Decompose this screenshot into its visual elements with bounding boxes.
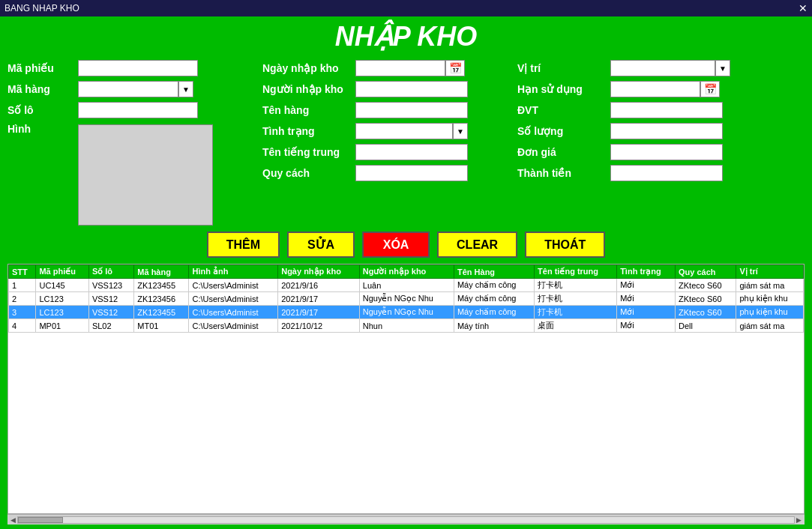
dvt-input[interactable] — [610, 102, 723, 118]
window-title: BANG NHAP KHO — [4, 3, 79, 13]
scrollbar-thumb[interactable] — [18, 517, 63, 523]
ngay-nhap-kho-row: Ngày nhập kho 📅 — [262, 60, 510, 76]
so-luong-label: Số lượng — [517, 125, 607, 137]
so-lo-row: Số lô — [7, 102, 255, 118]
ma-phieu-input[interactable] — [78, 60, 198, 76]
table-header-row: STT Mã phiếu Số lô Mã hàng Hình ảnh Ngày… — [9, 265, 804, 279]
col-quy-cach: Quy cách — [676, 265, 736, 279]
table-row[interactable]: 4MP01SL02MT01C:\Users\Administ2021/10/12… — [9, 319, 804, 333]
tinh-trang-label: Tình trạng — [262, 125, 352, 137]
ma-hang-dropdown-btn[interactable]: ▼ — [178, 81, 193, 97]
title-bar: BANG NHAP KHO ✕ — [0, 0, 812, 16]
ten-hang-label: Tên hàng — [262, 104, 352, 116]
tinh-trang-dropdown-btn[interactable]: ▼ — [453, 123, 468, 139]
thanh-tien-label: Thành tiền — [517, 167, 607, 179]
col-nguoi-nhap-kho: Người nhập kho — [359, 265, 454, 279]
vi-tri-input[interactable] — [610, 60, 715, 76]
col-vi-tri: Vị trí — [736, 265, 804, 279]
han-su-dung-label: Hạn sử dụng — [517, 83, 607, 95]
ten-hang-row: Tên hàng — [262, 102, 510, 118]
form-col-2: Ngày nhập kho 📅 Người nhập kho Tên hàng … — [262, 60, 510, 226]
ma-phieu-label: Mã phiếu — [7, 62, 75, 74]
scroll-right-arrow[interactable]: ▶ — [795, 516, 803, 524]
ma-phieu-row: Mã phiếu — [7, 60, 255, 76]
nguoi-nhap-kho-row: Người nhập kho — [262, 81, 510, 97]
scrollbar-area: ◀ ▶ — [7, 514, 805, 525]
table-row[interactable]: 2LC123VSS12ZK123456C:\Users\Administ2021… — [9, 292, 804, 306]
ten-tieng-trung-row: Tên tiếng trung — [262, 144, 510, 160]
ma-hang-row: Mã hàng ▼ — [7, 81, 255, 97]
don-gia-input[interactable] — [610, 144, 723, 160]
dvt-label: ĐVT — [517, 104, 607, 116]
tinh-trang-row: Tình trạng ▼ — [262, 123, 510, 139]
vi-tri-row: Vị trí ▼ — [517, 60, 805, 76]
form-area: Mã phiếu Mã hàng ▼ Số lô Hình — [7, 60, 805, 226]
han-su-dung-field: 📅 — [610, 81, 720, 97]
han-su-dung-cal-btn[interactable]: 📅 — [700, 81, 720, 97]
hinh-image — [78, 124, 213, 226]
sua-button[interactable]: SỬA — [287, 232, 355, 258]
col-ma-hang: Mã hàng — [134, 265, 189, 279]
thanh-tien-input[interactable] — [610, 165, 723, 181]
don-gia-row: Đơn giá — [517, 144, 805, 160]
so-luong-row: Số lượng — [517, 123, 805, 139]
ten-hang-input[interactable] — [355, 102, 468, 118]
ten-tieng-trung-input[interactable] — [355, 144, 468, 160]
table-body: 1UC145VSS123ZK123455C:\Users\Administ202… — [9, 279, 804, 333]
col-ma-phieu: Mã phiếu — [36, 265, 88, 279]
vi-tri-label: Vị trí — [517, 62, 607, 74]
so-lo-label: Số lô — [7, 104, 75, 116]
so-luong-input[interactable] — [610, 123, 723, 139]
ma-hang-input[interactable] — [78, 81, 178, 97]
form-col-3: Vị trí ▼ Hạn sử dụng 📅 ĐVT — [517, 60, 805, 226]
vi-tri-dropdown-btn[interactable]: ▼ — [715, 60, 730, 76]
han-su-dung-row: Hạn sử dụng 📅 — [517, 81, 805, 97]
col-tinh-trang: Tình trạng — [617, 265, 676, 279]
hinh-label: Hình — [7, 123, 75, 135]
so-lo-input[interactable] — [78, 102, 198, 118]
xoa-button[interactable]: XÓA — [362, 232, 430, 258]
thoat-button[interactable]: THOÁT — [525, 232, 605, 258]
form-col-1: Mã phiếu Mã hàng ▼ Số lô Hình — [7, 60, 255, 226]
quy-cach-row: Quy cách — [262, 165, 510, 181]
tinh-trang-dropdown: ▼ — [355, 123, 468, 139]
thanh-tien-row: Thành tiền — [517, 165, 805, 181]
ngay-nhap-kho-input[interactable] — [355, 60, 445, 76]
col-hinh-anh: Hình ảnh — [189, 265, 278, 279]
clear-button[interactable]: CLEAR — [437, 232, 517, 258]
col-stt: STT — [9, 265, 36, 279]
quy-cach-input[interactable] — [355, 165, 468, 181]
main-content: NHẬP KHO Mã phiếu Mã hàng ▼ Số lô — [0, 16, 812, 529]
them-button[interactable]: THÊM — [207, 232, 280, 258]
main-window: BANG NHAP KHO ✕ NHẬP KHO Mã phiếu Mã hàn… — [0, 0, 812, 529]
nguoi-nhap-kho-label: Người nhập kho — [262, 83, 352, 95]
scroll-left-arrow[interactable]: ◀ — [9, 516, 17, 524]
ma-hang-dropdown: ▼ — [78, 81, 193, 97]
scrollbar-track[interactable] — [17, 516, 795, 524]
close-button[interactable]: ✕ — [799, 2, 808, 14]
data-table: STT Mã phiếu Số lô Mã hàng Hình ảnh Ngày… — [8, 264, 804, 333]
table-row[interactable]: 3LC123VSS12ZK123455C:\Users\Administ2021… — [9, 306, 804, 319]
table-row[interactable]: 1UC145VSS123ZK123455C:\Users\Administ202… — [9, 279, 804, 292]
han-su-dung-input[interactable] — [610, 81, 700, 97]
col-ten-tieng-trung: Tên tiếng trung — [535, 265, 617, 279]
ngay-nhap-kho-cal-btn[interactable]: 📅 — [445, 60, 465, 76]
dvt-row: ĐVT — [517, 102, 805, 118]
col-so-lo: Số lô — [88, 265, 133, 279]
col-ten-hang: Tên Hàng — [454, 265, 534, 279]
tinh-trang-input[interactable] — [355, 123, 453, 139]
don-gia-label: Đơn giá — [517, 146, 607, 158]
ma-hang-label: Mã hàng — [7, 83, 75, 95]
ten-tieng-trung-label: Tên tiếng trung — [262, 146, 352, 158]
ngay-nhap-kho-label: Ngày nhập kho — [262, 62, 352, 74]
ngay-nhap-kho-field: 📅 — [355, 60, 465, 76]
page-title: NHẬP KHO — [7, 21, 805, 52]
quy-cach-label: Quy cách — [262, 167, 352, 179]
hinh-row: Hình — [7, 123, 255, 226]
col-ngay-nhap-kho: Ngày nhập kho — [278, 265, 360, 279]
nguoi-nhap-kho-input[interactable] — [355, 81, 468, 97]
buttons-row: THÊM SỬA XÓA CLEAR THOÁT — [7, 232, 805, 258]
data-table-area: STT Mã phiếu Số lô Mã hàng Hình ảnh Ngày… — [7, 264, 805, 514]
vi-tri-dropdown: ▼ — [610, 60, 730, 76]
